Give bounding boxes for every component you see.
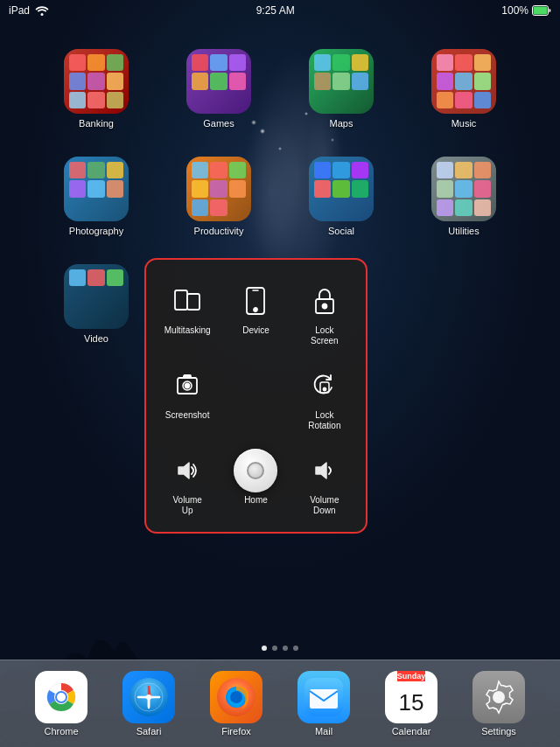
- menu-label-device: Device: [242, 325, 270, 336]
- app-folder-social[interactable]: Social: [280, 143, 402, 250]
- home-btn-wrap: [234, 449, 277, 492]
- folder-icon-music: [431, 49, 496, 114]
- menu-item-volume-down[interactable]: Volume Down: [292, 443, 357, 521]
- volume-up-icon-wrap: [165, 449, 209, 492]
- settings-app-icon: [472, 671, 525, 723]
- svg-rect-4: [187, 294, 200, 310]
- firefox-icon-svg: [217, 678, 256, 716]
- folder-icon-utilities: [431, 157, 496, 221]
- firefox-app-icon: [210, 671, 262, 723]
- svg-rect-38: [310, 689, 338, 709]
- assistive-touch-menu: Multitasking Device Lock Screen: [144, 258, 368, 534]
- app-label-maps: Maps: [330, 118, 354, 129]
- svg-point-6: [254, 308, 257, 311]
- folder-icon-games: [186, 49, 251, 114]
- svg-rect-13: [184, 375, 191, 378]
- status-bar: iPad 9:25 AM 100%: [0, 0, 560, 21]
- safari-icon-svg: [130, 678, 168, 716]
- device-name: iPad: [9, 4, 30, 17]
- app-folder-video[interactable]: Video: [35, 250, 158, 358]
- settings-icon-svg: [481, 680, 516, 715]
- lock-rotation-icon: [309, 370, 340, 401]
- app-folder-banking[interactable]: Banking: [35, 35, 158, 143]
- dock-item-safari[interactable]: Safari: [122, 671, 175, 737]
- page-dot-2[interactable]: [272, 646, 277, 651]
- page-dot-1[interactable]: [262, 646, 267, 651]
- svg-point-22: [57, 693, 66, 702]
- status-left: iPad: [9, 4, 49, 17]
- lock-screen-icon: [309, 285, 340, 317]
- page-dot-4[interactable]: [293, 646, 298, 651]
- screenshot-icon-wrap: [165, 364, 209, 408]
- svg-point-15: [323, 388, 326, 391]
- menu-label-lock-rotation: Lock Rotation: [308, 410, 340, 431]
- menu-label-screenshot: Screenshot: [165, 410, 210, 421]
- svg-marker-17: [316, 463, 326, 478]
- menu-item-home[interactable]: Home: [223, 443, 288, 521]
- menu-item-volume-up[interactable]: Volume Up: [155, 443, 220, 521]
- folder-icon-photography: [64, 157, 129, 221]
- menu-item-lock-screen[interactable]: Lock Screen: [292, 274, 357, 352]
- app-folder-utilities[interactable]: Utilities: [402, 143, 525, 250]
- chrome-app-icon: [35, 671, 88, 723]
- lock-screen-icon-wrap: [303, 279, 346, 323]
- status-time: 9:25 AM: [256, 4, 295, 17]
- menu-label-volume-up: Volume Up: [172, 495, 201, 516]
- menu-label-home: Home: [244, 495, 268, 506]
- svg-point-36: [230, 691, 242, 703]
- calendar-date: 15: [399, 681, 424, 723]
- wifi-icon: [35, 5, 49, 16]
- menu-item-device[interactable]: Device: [223, 274, 288, 352]
- svg-point-33: [146, 695, 151, 700]
- battery-text: 100%: [501, 4, 528, 17]
- svg-point-9: [322, 304, 326, 309]
- battery-icon: [532, 5, 551, 16]
- app-label-music: Music: [452, 118, 477, 129]
- dock-item-chrome[interactable]: Chrome: [35, 671, 88, 737]
- calendar-app-icon: Sunday 15: [385, 671, 438, 723]
- app-label-games: Games: [203, 118, 234, 129]
- page-dot-3[interactable]: [283, 646, 288, 651]
- page-dots: [262, 646, 298, 651]
- folder-icon-social: [309, 157, 374, 221]
- mail-icon-svg: [304, 678, 343, 716]
- app-label-utilities: Utilities: [448, 226, 479, 236]
- device-icon: [240, 285, 271, 317]
- menu-item-lock-rotation[interactable]: Lock Rotation: [292, 359, 357, 436]
- chrome-icon-svg: [42, 678, 80, 716]
- calendar-day: Sunday: [397, 671, 426, 681]
- volume-up-icon: [172, 455, 203, 486]
- dock: Chrome: [0, 660, 560, 747]
- home-button[interactable]: [234, 449, 277, 492]
- app-label-productivity: Productivity: [194, 226, 244, 236]
- svg-point-0: [41, 13, 44, 16]
- screenshot-icon: [172, 370, 203, 401]
- folder-icon-video: [64, 264, 129, 329]
- app-label-photography: Photography: [69, 226, 123, 236]
- status-right: 100%: [501, 4, 551, 17]
- lock-rotation-icon-wrap: [303, 364, 346, 408]
- svg-point-12: [186, 384, 190, 388]
- menu-item-screenshot[interactable]: Screenshot: [155, 359, 220, 436]
- dock-item-calendar[interactable]: Sunday 15 Calendar: [385, 671, 438, 737]
- dock-label-safari: Safari: [136, 726, 162, 737]
- app-folder-maps[interactable]: Maps: [280, 35, 402, 143]
- mail-app-icon: [298, 671, 350, 723]
- dock-item-mail[interactable]: Mail: [298, 671, 350, 737]
- menu-label-multitasking: Multitasking: [164, 325, 211, 336]
- app-folder-games[interactable]: Games: [158, 35, 280, 143]
- dock-label-chrome: Chrome: [44, 726, 78, 737]
- app-folder-photography[interactable]: Photography: [35, 143, 158, 250]
- app-label-social: Social: [328, 226, 354, 236]
- app-folder-music[interactable]: Music: [402, 35, 525, 143]
- volume-down-icon: [309, 455, 340, 486]
- dock-item-settings[interactable]: Settings: [472, 671, 525, 737]
- folder-icon-productivity: [186, 157, 251, 221]
- dock-item-firefox[interactable]: Firefox: [210, 671, 262, 737]
- app-folder-productivity[interactable]: Productivity: [158, 143, 280, 250]
- menu-item-multitasking[interactable]: Multitasking: [155, 274, 220, 352]
- device-icon-wrap: [234, 279, 277, 323]
- volume-down-icon-wrap: [303, 449, 346, 492]
- app-label-banking: Banking: [79, 118, 114, 129]
- svg-marker-16: [178, 463, 189, 478]
